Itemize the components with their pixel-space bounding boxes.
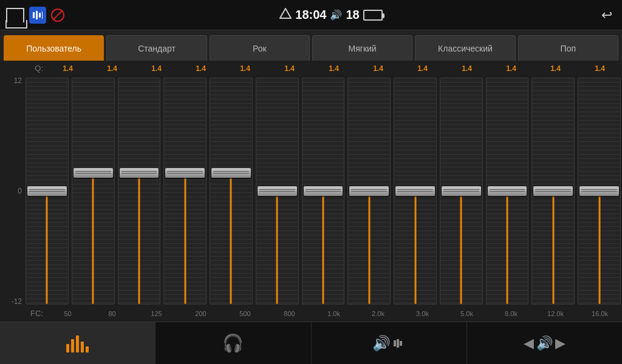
eq-axis: 12 0 -12 [0, 61, 24, 322]
svg-rect-3 [42, 12, 43, 19]
axis-label-bot: -12 [0, 297, 22, 306]
preset-tab-user[interactable]: Пользователь [4, 35, 104, 61]
sliders-row [24, 76, 622, 306]
eq-bar-2 [71, 339, 74, 352]
slider-ch-7[interactable] [346, 76, 392, 306]
svg-marker-4 [280, 8, 291, 18]
slider-ch-8[interactable] [392, 76, 438, 306]
volume-level: 18 [346, 8, 359, 22]
time-display: 18:04 [295, 8, 326, 22]
slider-ch-12[interactable] [576, 76, 622, 306]
status-right: ↩ [598, 8, 616, 22]
q-value-10: 1.4 [489, 61, 533, 76]
eq-bar-1 [66, 344, 69, 352]
status-left [6, 7, 64, 24]
fc-value-9: 5.0k [445, 306, 489, 322]
q-values: 1.41.41.41.41.41.41.41.41.41.41.41.41.4 [46, 61, 622, 76]
eq-bar-5 [86, 346, 89, 352]
nav-eq[interactable] [0, 322, 156, 364]
fc-value-7: 2.0k [356, 306, 400, 322]
axis-label-mid: 0 [0, 187, 22, 195]
q-value-6: 1.4 [312, 61, 356, 76]
fc-value-3: 200 [179, 306, 223, 322]
q-label: Q: [24, 61, 46, 76]
q-value-7: 1.4 [356, 61, 400, 76]
speaker-icon: 🔊 [372, 335, 405, 352]
no-icon[interactable] [51, 8, 64, 22]
q-value-12: 1.4 [578, 61, 622, 76]
preset-tab-pop[interactable]: Поп [518, 35, 618, 61]
q-value-5: 1.4 [267, 61, 312, 76]
eq-bar-4 [81, 342, 84, 352]
fc-value-8: 3.0k [400, 306, 445, 322]
preset-tab-standard[interactable]: Стандарт [106, 35, 207, 61]
battery-icon [363, 10, 383, 21]
signal-icon [279, 8, 292, 22]
slider-ch-0[interactable] [24, 76, 70, 306]
home-icon[interactable] [6, 8, 24, 22]
volume-icon: 🔊 [330, 9, 342, 21]
slider-ch-4[interactable] [208, 76, 254, 306]
svg-rect-1 [36, 11, 38, 19]
preset-tab-rock[interactable]: Рок [210, 35, 310, 61]
slider-ch-2[interactable] [117, 76, 162, 306]
fc-value-0: 50 [46, 306, 90, 322]
bottom-nav: 🎧 🔊 ◀ 🔊 ▶ [0, 322, 622, 364]
q-value-2: 1.4 [134, 61, 179, 76]
q-value-8: 1.4 [400, 61, 445, 76]
svg-rect-5 [394, 340, 396, 346]
fc-value-11: 12.0k [533, 306, 578, 322]
q-value-3: 1.4 [179, 61, 223, 76]
fc-value-12: 16.0k [578, 306, 622, 322]
q-value-1: 1.4 [90, 61, 134, 76]
q-value-9: 1.4 [445, 61, 489, 76]
eq-bar-3 [76, 335, 79, 352]
slider-ch-11[interactable] [530, 76, 576, 306]
status-center: 18:04 🔊 18 [279, 8, 382, 22]
headphone-icon: 🎧 [222, 333, 244, 353]
slider-ch-9[interactable] [439, 76, 484, 306]
back-button[interactable]: ↩ [598, 8, 616, 22]
fc-value-2: 125 [134, 306, 179, 322]
eq-wrapper: 12 0 -12 Q: 1.41.41.41.41.41.41.41.41.41… [0, 61, 622, 322]
preset-tab-soft[interactable]: Мягкий [312, 35, 412, 61]
fc-values: 50801252005008001.0k2.0k3.0k5.0k8.0k12.0… [46, 306, 622, 322]
q-value-4: 1.4 [223, 61, 267, 76]
slider-ch-5[interactable] [255, 76, 300, 306]
surround-icon: ◀ 🔊 ▶ [524, 335, 566, 351]
axis-label-top: 12 [0, 76, 22, 85]
main-area: ПользовательСтандартРокМягкийКлассически… [0, 30, 622, 322]
fc-value-5: 800 [267, 306, 312, 322]
slider-ch-3[interactable] [162, 76, 208, 306]
svg-rect-2 [39, 13, 41, 18]
slider-ch-6[interactable] [301, 76, 346, 306]
fc-value-6: 1.0k [312, 306, 356, 322]
eq-app-icon[interactable] [29, 7, 46, 24]
q-row: Q: 1.41.41.41.41.41.41.41.41.41.41.41.41… [24, 61, 622, 76]
preset-tabs: ПользовательСтандартРокМягкийКлассически… [0, 30, 622, 61]
svg-rect-7 [400, 341, 402, 346]
fc-label: FC: [24, 306, 46, 322]
slider-ch-10[interactable] [485, 76, 530, 306]
q-value-0: 1.4 [46, 61, 90, 76]
q-value-11: 1.4 [533, 61, 578, 76]
sliders-container [24, 76, 622, 306]
fc-value-1: 80 [90, 306, 134, 322]
eq-body: 12 0 -12 Q: 1.41.41.41.41.41.41.41.41.41… [0, 61, 622, 322]
nav-surround[interactable]: ◀ 🔊 ▶ [467, 322, 622, 364]
status-bar: 18:04 🔊 18 ↩ [0, 0, 622, 30]
fc-value-4: 500 [223, 306, 267, 322]
svg-rect-0 [33, 12, 35, 18]
nav-headphone[interactable]: 🎧 [156, 322, 311, 364]
channels-area: Q: 1.41.41.41.41.41.41.41.41.41.41.41.41… [24, 61, 622, 322]
svg-rect-6 [397, 339, 399, 348]
nav-speaker[interactable]: 🔊 [312, 322, 467, 364]
eq-bars-icon [66, 334, 89, 352]
fc-row: FC: 50801252005008001.0k2.0k3.0k5.0k8.0k… [24, 306, 622, 322]
fc-value-10: 8.0k [489, 306, 533, 322]
slider-ch-1[interactable] [70, 76, 116, 306]
preset-tab-classic[interactable]: Классический [415, 35, 515, 61]
